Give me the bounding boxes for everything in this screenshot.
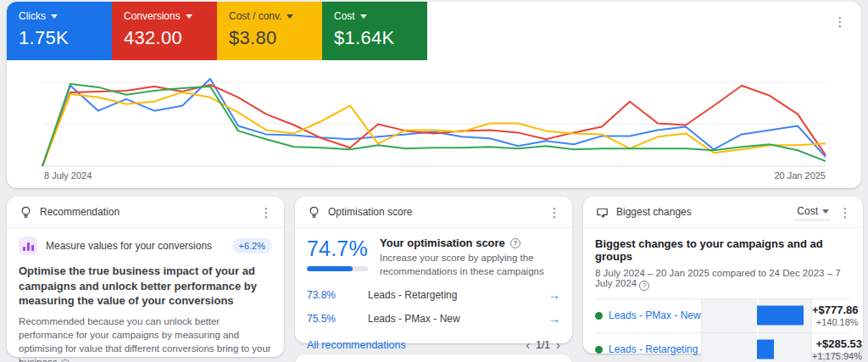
- change-row-name: Leads - Retargeting: [595, 333, 701, 362]
- score-progress-bar: [307, 266, 368, 271]
- campaign-score-row[interactable]: 75.5%Leads - PMax - New→: [307, 307, 560, 331]
- lightbulb-icon: [307, 205, 321, 220]
- biggest-changes-icon: [595, 205, 609, 220]
- change-amount: +$285.53: [815, 337, 862, 350]
- metric-value: $1.64K: [334, 27, 427, 49]
- all-recommendations-link[interactable]: All recommendations: [307, 339, 406, 351]
- change-values: +$777.86+140.18%: [812, 299, 860, 332]
- metric-filter-value: Cost: [797, 205, 818, 217]
- x-axis-start-label: 8 July 2024: [44, 170, 92, 181]
- campaign-link[interactable]: Leads - Retargeting: [609, 343, 698, 355]
- recommendation-card: Recommendation ⋮ Measure values for your…: [7, 197, 284, 357]
- metric-tile-clicks[interactable]: Clicks1.75K: [7, 2, 112, 60]
- status-dot-icon: [595, 346, 603, 354]
- metric-label-text: Conversions: [124, 10, 181, 22]
- optimisation-score-card: Optimisation score ⋮ 74.7% Your optimisa…: [295, 197, 572, 343]
- biggest-changes-header: Biggest changes Cost ⋮: [583, 197, 863, 228]
- biggest-changes-body: Biggest changes to your campaigns and ad…: [583, 228, 863, 362]
- optimisation-card-body: 74.7% Your optimisation score ? Increase…: [295, 228, 572, 351]
- metric-value: $3.80: [229, 27, 322, 49]
- change-amount: +$777.86: [812, 304, 859, 316]
- change-row-name: Leads - PMax - New: [595, 299, 701, 332]
- metric-label-text: Cost / conv.: [229, 10, 281, 22]
- metric-label-text: Cost: [334, 10, 355, 22]
- help-icon[interactable]: ?: [510, 238, 520, 248]
- arrow-right-icon[interactable]: →: [548, 288, 560, 302]
- optimisation-card-header: Optimisation score ⋮: [295, 197, 572, 228]
- optimisation-score-value: 74.7%: [307, 237, 368, 261]
- card-title: Biggest changes: [616, 206, 692, 218]
- metric-label-text: Clicks: [19, 10, 46, 22]
- help-icon[interactable]: ?: [60, 359, 70, 362]
- uplift-badge: +6.2%: [232, 238, 273, 253]
- biggest-changes-card: Biggest changes Cost ⋮ Biggest changes t…: [583, 197, 863, 354]
- metric-label: Cost / conv.: [229, 10, 322, 22]
- recommendation-card-header: Recommendation ⋮: [7, 197, 284, 228]
- change-row: Leads - PMax - New+$777.86+140.18%: [595, 299, 851, 333]
- campaign-score-pct: 73.8%: [307, 289, 368, 301]
- google-ads-overview-page: Clicks1.75KConversions432.00Cost / conv.…: [0, 0, 868, 362]
- metric-tile-cost-conv[interactable]: Cost / conv.$3.80: [217, 2, 322, 60]
- chart-line-conversions: [42, 85, 826, 166]
- recommendation-item: Measure values for your conversions +6.2…: [19, 237, 272, 255]
- chevron-down-icon: [822, 209, 829, 214]
- recommendation-headline: Optimise the true business impact of you…: [19, 264, 272, 309]
- metric-tile-cost[interactable]: Cost$1.64K: [322, 2, 427, 60]
- recommendation-description: Recommended because you can unlock bette…: [19, 315, 272, 362]
- metric-label: Clicks: [19, 10, 112, 22]
- metric-value: 432.00: [124, 27, 217, 49]
- card-title: Recommendation: [40, 206, 120, 218]
- metric-label: Conversions: [124, 10, 217, 22]
- recommendation-card-body: Measure values for your conversions +6.2…: [7, 228, 284, 362]
- chevron-down-icon: [51, 14, 58, 19]
- comparison-period-text: 8 July 2024 – 20 Jan 2025 compared to 24…: [595, 268, 841, 288]
- campaign-link[interactable]: Leads - PMax - New: [609, 309, 701, 321]
- metric-tiles: Clicks1.75KConversions432.00Cost / conv.…: [7, 2, 861, 60]
- more-options-icon[interactable]: ⋮: [259, 206, 274, 219]
- next-page-icon[interactable]: ›: [556, 338, 560, 351]
- card-title: Optimisation score: [328, 206, 412, 218]
- next-card-partial: [295, 354, 572, 362]
- change-percent: +140.18%: [816, 317, 859, 327]
- optimisation-subtitle: Increase your score by applying the reco…: [380, 252, 560, 278]
- campaign-name: Leads - Retargeting: [368, 289, 548, 301]
- campaign-score-list: 73.8%Leads - Retargeting→75.5%Leads - PM…: [307, 283, 560, 331]
- comparison-period: 8 July 2024 – 20 Jan 2025 compared to 24…: [595, 268, 851, 291]
- change-bar: [757, 306, 804, 326]
- x-axis-end-label: 20 Jan 2025: [774, 170, 826, 181]
- status-dot-icon: [595, 312, 603, 320]
- lightbulb-icon: [19, 205, 33, 220]
- performance-chart[interactable]: 8 July 202420 Jan 2025: [7, 68, 861, 188]
- metric-tile-conversions[interactable]: Conversions432.00: [112, 2, 217, 60]
- chart-line-cost: [42, 84, 826, 166]
- metric-label: Cost: [334, 10, 427, 22]
- arrow-right-icon[interactable]: →: [548, 312, 560, 326]
- changes-table: Leads - PMax - New+$777.86+140.18%Leads …: [595, 298, 851, 362]
- optimisation-score-text: Your optimisation score ? Increase your …: [380, 237, 560, 278]
- performance-summary-card: Clicks1.75KConversions432.00Cost / conv.…: [7, 2, 861, 188]
- more-options-icon[interactable]: ⋮: [832, 15, 848, 28]
- chevron-down-icon: [186, 14, 192, 19]
- change-percent: +1,175.94%: [812, 351, 862, 361]
- chevron-down-icon: [360, 14, 367, 19]
- campaign-name: Leads - PMax - New: [368, 313, 548, 325]
- metric-filter-dropdown[interactable]: Cost: [795, 203, 831, 220]
- more-options-icon[interactable]: ⋮: [837, 206, 853, 219]
- optimisation-score-block: 74.7%: [307, 237, 368, 278]
- campaign-score-row[interactable]: 73.8%Leads - Retargeting→: [307, 283, 560, 307]
- chevron-down-icon: [287, 14, 293, 19]
- previous-page-icon[interactable]: ‹: [526, 338, 530, 351]
- campaign-score-pct: 75.5%: [307, 313, 368, 325]
- help-icon[interactable]: ?: [639, 281, 649, 291]
- chart-line-clicks: [42, 79, 826, 166]
- change-values: +$285.53+1,175.94%: [812, 333, 864, 362]
- more-options-icon[interactable]: ⋮: [547, 206, 562, 219]
- chart-line-cost-conv: [42, 92, 826, 166]
- biggest-changes-heading: Biggest changes to your campaigns and ad…: [595, 237, 851, 263]
- page-indicator: 1/1: [536, 339, 550, 351]
- change-bar-cell: [701, 299, 812, 332]
- performance-chart-svg: 8 July 202420 Jan 2025: [7, 68, 861, 188]
- pagination: ‹ 1/1 ›: [526, 338, 560, 351]
- bar-chart-icon: [19, 237, 37, 255]
- change-bar: [757, 340, 774, 359]
